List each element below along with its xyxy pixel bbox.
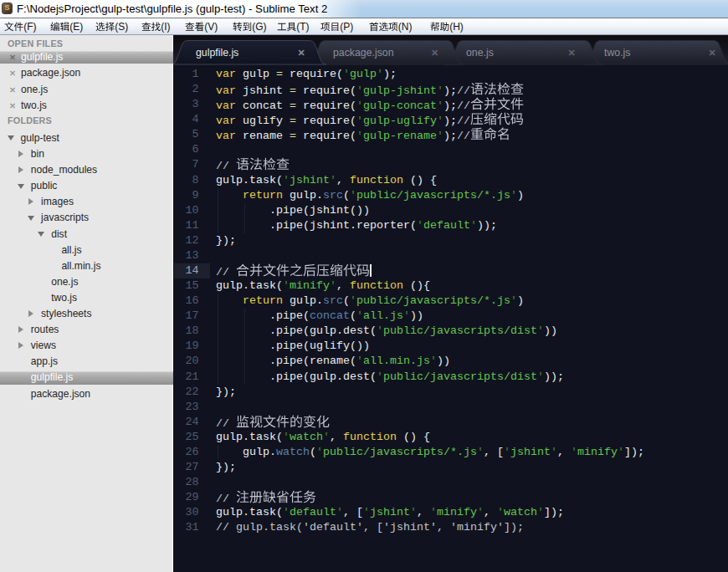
svg-text:gulpfile.js: gulpfile.js (196, 47, 238, 59)
svg-text:✕: ✕ (298, 48, 305, 58)
svg-text:✕: ✕ (568, 48, 576, 58)
svg-text:✕: ✕ (431, 48, 438, 58)
svg-text:two.js: two.js (604, 47, 630, 59)
svg-text:one.js: one.js (466, 47, 494, 59)
svg-text:package.json: package.json (333, 47, 394, 59)
svg-text:✕: ✕ (709, 48, 716, 58)
